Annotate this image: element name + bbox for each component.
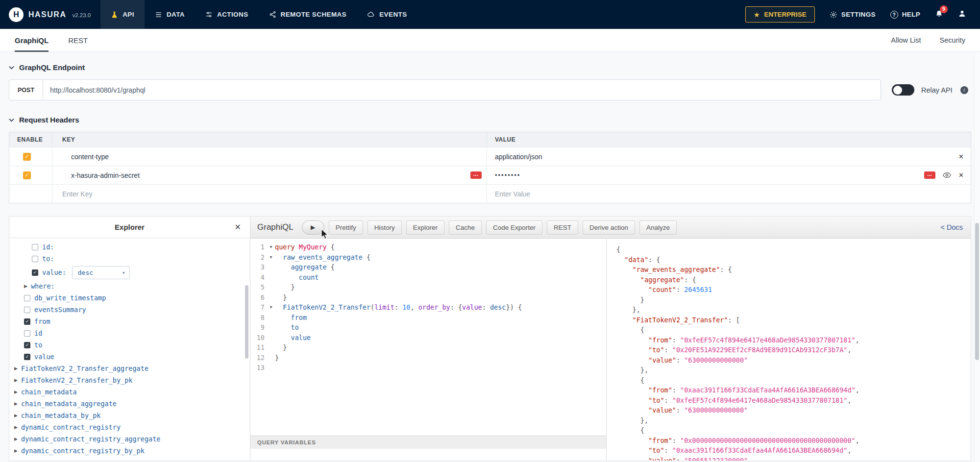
sort-direction-select[interactable]: desc▾ bbox=[72, 266, 130, 279]
code-token: }) { bbox=[506, 303, 522, 311]
nav-item-actions[interactable]: ACTIONS bbox=[195, 0, 259, 29]
nav-item-api[interactable]: API bbox=[100, 0, 145, 29]
explorer-item-id[interactable]: id: bbox=[9, 241, 250, 253]
allow-list-link[interactable]: Allow List bbox=[891, 36, 921, 44]
user-menu-button[interactable] bbox=[958, 9, 966, 20]
tab-graphiql[interactable]: GraphiQL bbox=[15, 29, 49, 51]
explorer-item-chain_metadata_aggregate[interactable]: ▶chain_metadata_aggregate bbox=[9, 398, 250, 410]
fold-arrow-icon[interactable]: ▾ bbox=[267, 252, 275, 263]
nav-item-data[interactable]: DATA bbox=[145, 0, 195, 29]
code-exporter-button[interactable]: Code Exporter bbox=[486, 220, 542, 235]
explorer-item-eventsSummary[interactable]: eventsSummary bbox=[9, 304, 250, 316]
expand-arrow-icon[interactable]: ▶ bbox=[14, 401, 18, 406]
new-header-key-input[interactable] bbox=[62, 190, 466, 198]
field-checkbox[interactable]: ✓ bbox=[32, 269, 38, 276]
graphql-endpoint-input[interactable] bbox=[43, 79, 881, 100]
cache-button[interactable]: Cache bbox=[449, 220, 482, 235]
explorer-item-dynamic_contract_registry_by_pk[interactable]: ▶dynamic_contract_registry_by_pk bbox=[9, 445, 250, 457]
remove-header-icon[interactable]: ✕ bbox=[958, 172, 964, 178]
masked-value-text[interactable]: •••••••• bbox=[495, 171, 520, 179]
code-token: raw_events_aggregate bbox=[283, 253, 363, 261]
expand-arrow-icon[interactable]: ▶ bbox=[14, 378, 18, 383]
expand-arrow-icon[interactable]: ▶ bbox=[24, 284, 27, 289]
enable-checkbox[interactable]: ✓ bbox=[23, 153, 31, 161]
prettify-button[interactable]: Prettify bbox=[329, 220, 363, 235]
explorer-item-to[interactable]: ✓to bbox=[9, 339, 250, 351]
query-editor-lines[interactable]: 1▾query MyQuery {2▾ raw_events_aggregate… bbox=[250, 239, 606, 436]
query-variables-editor[interactable] bbox=[250, 449, 606, 461]
explorer-tree[interactable]: id:to:✓value:desc▾▶where:db_write_timest… bbox=[9, 238, 250, 461]
field-checkbox[interactable] bbox=[24, 295, 30, 301]
relay-api-toggle[interactable] bbox=[892, 84, 914, 96]
field-checkbox[interactable] bbox=[32, 256, 38, 262]
request-headers-section-header[interactable]: Request Headers bbox=[9, 115, 971, 124]
line-number: 13 bbox=[250, 363, 267, 373]
tab-rest[interactable]: REST bbox=[68, 29, 88, 51]
help-link[interactable]: ? HELP bbox=[890, 11, 920, 19]
page-scrollbar[interactable] bbox=[974, 52, 980, 462]
field-checkbox[interactable]: ✓ bbox=[24, 354, 30, 360]
notifications-button[interactable]: 9 bbox=[935, 9, 943, 20]
explorer-scrollbar[interactable] bbox=[245, 285, 248, 359]
query-variables-header[interactable]: QUERY VARIABLES bbox=[250, 436, 606, 449]
response-line: "value": "63000000000000" bbox=[616, 355, 971, 365]
explorer-item-id[interactable]: id bbox=[9, 327, 250, 339]
enable-checkbox[interactable]: ✓ bbox=[23, 171, 31, 179]
reveal-eye-icon[interactable] bbox=[943, 172, 951, 178]
header-key-text[interactable]: content-type bbox=[71, 153, 109, 161]
fold-arrow-icon[interactable]: ▾ bbox=[267, 302, 275, 313]
explorer-item-value[interactable]: ✓value:desc▾ bbox=[9, 265, 250, 280]
graphql-endpoint-section-header[interactable]: GraphQL Endpoint bbox=[9, 63, 971, 72]
field-checkbox[interactable]: ✓ bbox=[24, 342, 30, 348]
explorer-item-db_write_timestamp[interactable]: db_write_timestamp bbox=[9, 292, 250, 304]
nav-item-remote-schemas[interactable]: REMOTE SCHEMAS bbox=[259, 0, 357, 29]
expand-arrow-icon[interactable]: ▶ bbox=[14, 437, 18, 441]
code-token: "value" bbox=[648, 405, 676, 415]
expand-arrow-icon[interactable]: ▶ bbox=[14, 448, 18, 453]
explorer-item-value[interactable]: ✓value bbox=[9, 351, 250, 363]
explorer-button[interactable]: Explorer bbox=[406, 220, 444, 235]
settings-link[interactable]: SETTINGS bbox=[830, 11, 876, 19]
explorer-item-FiatTokenV2_2_Transfer_aggregate[interactable]: ▶FiatTokenV2_2_Transfer_aggregate bbox=[9, 363, 250, 374]
explorer-item-dynamic_contract_registry_aggregate[interactable]: ▶dynamic_contract_registry_aggregate bbox=[9, 433, 250, 445]
nav-item-events[interactable]: EVENTS bbox=[357, 0, 417, 29]
explorer-item-FiatTokenV2_2_Transfer_by_pk[interactable]: ▶FiatTokenV2_2_Transfer_by_pk bbox=[9, 374, 250, 386]
field-checkbox[interactable]: ✓ bbox=[24, 318, 30, 325]
fold-arrow-icon[interactable]: ▾ bbox=[267, 242, 275, 252]
expand-arrow-icon[interactable]: ▶ bbox=[14, 389, 18, 394]
enterprise-button[interactable]: ★ ENTERPRISE bbox=[745, 6, 815, 23]
page-scrollbar-thumb[interactable] bbox=[975, 223, 979, 360]
response-pane[interactable]: { "data": { "raw_events_aggregate": { "a… bbox=[607, 239, 971, 461]
expand-arrow-icon[interactable]: ▶ bbox=[14, 413, 18, 418]
explorer-item-chain_metadata_by_pk[interactable]: ▶chain_metadata_by_pk bbox=[9, 410, 250, 421]
rest-button[interactable]: REST bbox=[547, 220, 578, 235]
field-checkbox[interactable] bbox=[24, 330, 30, 337]
code-token: { bbox=[327, 263, 335, 271]
field-checkbox[interactable] bbox=[24, 307, 30, 313]
info-icon[interactable]: i bbox=[960, 86, 968, 94]
code-token bbox=[616, 395, 648, 406]
explorer-item-dynamic_contract_registry[interactable]: ▶dynamic_contract_registry bbox=[9, 421, 250, 433]
brand[interactable]: H HASURA v2.23.0 bbox=[0, 0, 100, 29]
explorer-item-chain_metadata[interactable]: ▶chain_metadata bbox=[9, 386, 250, 398]
explorer-item-to[interactable]: to: bbox=[9, 253, 250, 265]
response-line: "from": "0xaac391f166f33CdaEfaa4AfA6616A… bbox=[616, 385, 971, 395]
execute-query-button[interactable]: ▶ bbox=[302, 220, 324, 235]
field-checkbox[interactable] bbox=[32, 244, 38, 250]
expand-arrow-icon[interactable]: ▶ bbox=[14, 366, 18, 371]
header-value-text[interactable]: application/json bbox=[495, 153, 542, 161]
code-token: { bbox=[616, 425, 644, 436]
explorer-item-where[interactable]: ▶where: bbox=[9, 280, 250, 292]
security-link[interactable]: Security bbox=[940, 36, 965, 44]
new-header-value-input[interactable] bbox=[495, 190, 940, 198]
analyze-button[interactable]: Analyze bbox=[639, 220, 677, 235]
remove-header-icon[interactable]: ✕ bbox=[958, 153, 964, 160]
http-method-label: POST bbox=[9, 79, 43, 100]
docs-toggle[interactable]: < Docs bbox=[940, 223, 963, 231]
explorer-item-from[interactable]: ✓from bbox=[9, 316, 250, 327]
derive-action-button[interactable]: Derive action bbox=[583, 220, 635, 235]
expand-arrow-icon[interactable]: ▶ bbox=[14, 425, 18, 430]
history-button[interactable]: History bbox=[368, 220, 402, 235]
header-key-text[interactable]: x-hasura-admin-secret bbox=[71, 171, 140, 179]
close-icon[interactable]: ✕ bbox=[235, 222, 241, 232]
